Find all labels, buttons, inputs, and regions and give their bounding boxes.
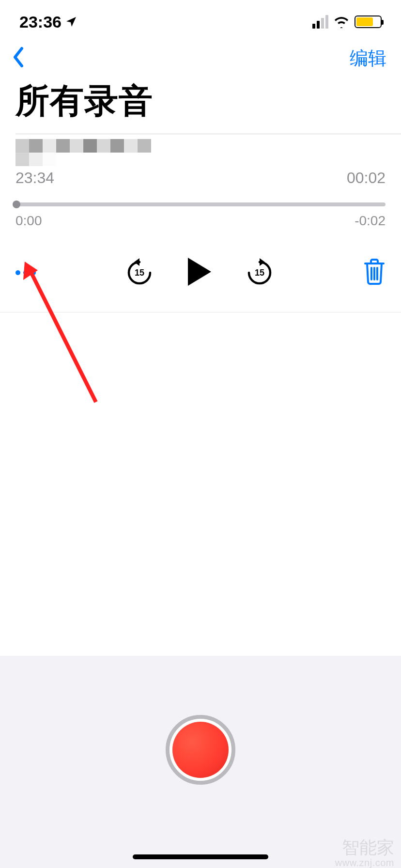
status-time: 23:36	[19, 13, 62, 31]
status-left: 23:36	[19, 13, 77, 31]
svg-marker-0	[134, 258, 139, 266]
elapsed-time: 0:00	[15, 213, 42, 229]
skip-forward-15-icon: 15	[246, 258, 273, 285]
edit-button[interactable]: 编辑	[350, 46, 386, 71]
record-button[interactable]	[166, 715, 235, 785]
nav-bar: 编辑	[0, 35, 401, 78]
status-right	[312, 15, 382, 29]
scrubber-track[interactable]	[15, 202, 386, 206]
home-indicator[interactable]	[133, 854, 268, 859]
wifi-icon	[333, 16, 350, 28]
recording-duration: 00:02	[347, 169, 386, 187]
trash-icon	[363, 259, 386, 285]
battery-icon	[355, 16, 382, 28]
skip-back-15-icon: 15	[126, 258, 153, 285]
svg-text:15: 15	[135, 268, 144, 278]
watermark: 智能家 www.znj.com	[335, 838, 394, 868]
record-icon	[172, 722, 229, 778]
skip-back-button[interactable]: 15	[126, 258, 153, 287]
center-controls: 15 15	[126, 257, 273, 289]
page-title: 所有录音	[0, 78, 401, 134]
recording-timestamp: 23:34	[15, 169, 54, 187]
playback-controls: 15 15	[0, 229, 401, 312]
watermark-sub: www.znj.com	[335, 857, 394, 868]
skip-forward-button[interactable]: 15	[246, 258, 273, 287]
recording-title-censored	[15, 139, 161, 166]
scrubber-handle[interactable]	[13, 201, 20, 208]
back-button[interactable]	[12, 46, 25, 70]
recording-meta: 23:34 00:02	[15, 169, 386, 188]
more-button[interactable]	[15, 270, 36, 275]
playback-scrubber[interactable]: 0:00 -0:02	[0, 202, 401, 229]
scrubber-times: 0:00 -0:02	[15, 213, 386, 229]
location-icon	[65, 16, 77, 28]
play-button[interactable]	[186, 257, 213, 289]
status-bar: 23:36	[0, 0, 401, 35]
remaining-time: -0:02	[355, 213, 386, 229]
play-icon	[186, 257, 213, 287]
svg-text:15: 15	[255, 268, 264, 278]
cellular-signal-icon	[312, 15, 328, 29]
ellipsis-icon	[15, 270, 20, 275]
delete-button[interactable]	[363, 259, 386, 287]
watermark-title: 智能家	[335, 838, 394, 857]
svg-marker-2	[188, 258, 211, 286]
record-bar: 智能家 www.znj.com	[0, 656, 401, 868]
svg-marker-3	[260, 258, 265, 266]
recording-item[interactable]: 23:34 00:02	[0, 134, 401, 188]
chevron-left-icon	[12, 46, 25, 68]
divider	[0, 312, 401, 312]
